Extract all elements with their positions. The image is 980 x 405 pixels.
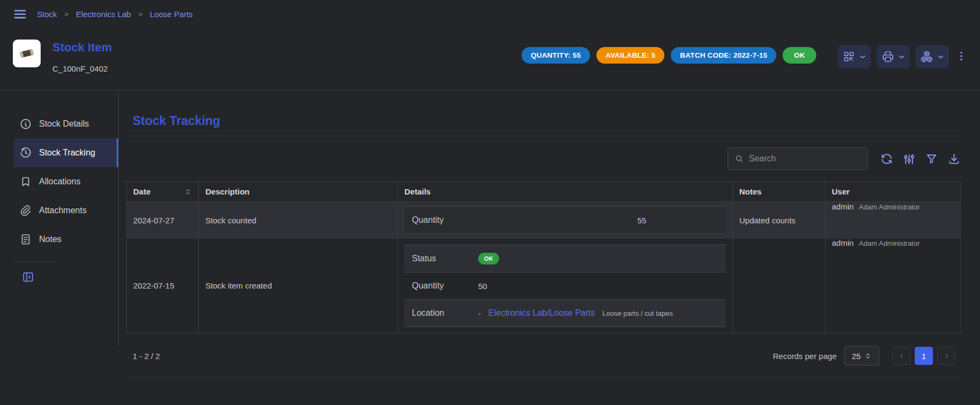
download-icon xyxy=(947,152,961,166)
table-toolbar xyxy=(126,136,961,181)
column-header-user[interactable]: User xyxy=(825,182,960,201)
download-button[interactable] xyxy=(947,152,961,166)
sidebar-collapse-icon xyxy=(21,270,35,284)
quantity-badge: QUANTITY: 55 xyxy=(522,47,590,64)
column-label: Description xyxy=(205,187,250,196)
user-cell: admin Adam Administrator xyxy=(825,238,960,333)
column-header-date[interactable]: Date xyxy=(127,182,199,201)
sidebar-item-label: Stock Tracking xyxy=(39,148,95,158)
page-title: Stock Item xyxy=(52,41,112,54)
stock-actions-button[interactable] xyxy=(916,45,949,68)
details-cell: Quantity 55 xyxy=(398,202,733,238)
sidebar-item-allocations[interactable]: Allocations xyxy=(14,167,118,196)
page-1-button[interactable]: 1 xyxy=(915,347,933,365)
detail-row-status: Status OK xyxy=(404,245,726,272)
chevron-right-icon xyxy=(943,352,951,360)
column-label: Notes xyxy=(739,187,762,196)
qr-code-icon xyxy=(843,50,855,63)
record-range: 1 - 2 / 2 xyxy=(133,352,160,361)
stock-cubes-icon xyxy=(920,50,933,64)
breadcrumb: Stock > Electronics Lab > Loose Parts xyxy=(37,10,193,19)
details-subtable: Quantity 55 xyxy=(404,206,726,234)
sidebar-item-stock-tracking[interactable]: Stock Tracking xyxy=(14,138,118,167)
filter-button[interactable] xyxy=(925,152,938,166)
details-cell: Status OK Quantity 50 Location - Electro… xyxy=(398,238,733,333)
breadcrumb-loose-parts[interactable]: Loose Parts xyxy=(150,10,193,19)
available-badge: AVAILABLE: 5 xyxy=(596,47,664,64)
date-cell: 2022-07-15 xyxy=(127,238,199,333)
breadcrumb-bar: Stock > Electronics Lab > Loose Parts xyxy=(0,0,980,28)
content-area: Stock Details Stock Tracking Allocations… xyxy=(0,90,980,378)
chevron-down-icon xyxy=(859,53,867,61)
detail-row-quantity: Quantity 55 xyxy=(404,207,726,234)
more-actions-button[interactable] xyxy=(955,50,967,62)
user-fullname: Adam Administrator xyxy=(859,239,920,247)
adjustments-icon xyxy=(902,152,916,166)
next-page-button[interactable] xyxy=(937,347,955,365)
title-block: Stock Item C_100nF_0402 xyxy=(52,35,112,73)
search-input[interactable] xyxy=(749,154,861,163)
menu-icon[interactable] xyxy=(13,7,27,21)
notes-icon xyxy=(19,233,32,246)
sidebar-collapse-button[interactable] xyxy=(21,270,35,284)
part-name: C_100nF_0402 xyxy=(52,64,112,73)
search-icon xyxy=(734,153,744,164)
username: admin xyxy=(832,238,854,247)
description-cell: Stock counted xyxy=(199,202,398,238)
sidebar-item-notes[interactable]: Notes xyxy=(14,225,118,254)
selector-icon xyxy=(864,352,872,360)
stock-item-page: Stock > Electronics Lab > Loose Parts St… xyxy=(0,0,980,405)
stock-tracking-table: Date Description Details Notes User 2024… xyxy=(126,181,961,333)
sort-icon[interactable] xyxy=(183,188,192,196)
printer-icon xyxy=(882,50,894,63)
details-subtable: Status OK Quantity 50 Location - Electro… xyxy=(404,245,726,327)
barcode-actions-button[interactable] xyxy=(838,45,871,68)
column-header-description[interactable]: Description xyxy=(199,182,398,201)
header-actions xyxy=(838,45,949,68)
bookmark-icon xyxy=(19,175,32,188)
user-cell: admin Adam Administrator xyxy=(825,202,960,238)
status-ok-badge: OK xyxy=(478,253,499,264)
refresh-icon xyxy=(880,152,893,166)
capacitor-image xyxy=(16,43,37,64)
sidebar-divider xyxy=(14,261,57,262)
part-thumbnail[interactable] xyxy=(13,40,41,67)
sidebar-item-label: Stock Details xyxy=(39,119,89,129)
detail-value: 50 xyxy=(478,282,487,291)
location-link[interactable]: Electronics Lab/Loose Parts xyxy=(488,308,595,318)
chevron-left-icon xyxy=(898,352,906,360)
table-row[interactable]: 2022-07-15 Stock item created Status OK … xyxy=(127,238,960,333)
batch-code-badge: BATCH CODE: 2022-7-15 xyxy=(671,47,776,64)
table-options-button[interactable] xyxy=(902,152,916,166)
description-cell: Stock item created xyxy=(199,238,398,333)
notes-cell xyxy=(733,238,825,333)
detail-label: Quantity xyxy=(412,281,478,291)
sidebar-item-label: Notes xyxy=(39,235,62,244)
pagination-bar: 1 - 2 / 2 Records per page 25 1 xyxy=(126,333,961,378)
sidebar: Stock Details Stock Tracking Allocations… xyxy=(0,90,119,346)
breadcrumb-separator: > xyxy=(65,10,69,18)
sidebar-item-attachments[interactable]: Attachments xyxy=(14,196,118,225)
refresh-button[interactable] xyxy=(880,152,893,166)
table-row[interactable]: 2024-07-27 Stock counted Quantity 55 Upd… xyxy=(127,202,960,238)
search-box[interactable] xyxy=(728,147,868,170)
print-actions-button[interactable] xyxy=(877,45,910,68)
main-panel: Stock Tracking xyxy=(119,90,980,378)
column-label: User xyxy=(832,187,849,196)
status-ok-badge: OK xyxy=(783,47,816,64)
column-header-details[interactable]: Details xyxy=(398,182,733,201)
column-label: Date xyxy=(133,187,151,196)
username: admin xyxy=(832,202,854,211)
detail-prefix: - xyxy=(478,309,481,318)
sidebar-item-stock-details[interactable]: Stock Details xyxy=(14,110,118,138)
previous-page-button[interactable] xyxy=(892,347,910,365)
status-badges: QUANTITY: 55 AVAILABLE: 5 BATCH CODE: 20… xyxy=(522,47,816,64)
breadcrumb-stock[interactable]: Stock xyxy=(37,10,57,19)
breadcrumb-electronics-lab[interactable]: Electronics Lab xyxy=(76,10,131,19)
column-header-notes[interactable]: Notes xyxy=(733,182,825,201)
page-buttons: 1 xyxy=(892,347,955,365)
breadcrumb-separator: > xyxy=(139,10,143,18)
page-size-select[interactable]: 25 xyxy=(844,346,879,365)
chevron-down-icon xyxy=(937,53,945,61)
info-circle-icon xyxy=(19,118,32,130)
